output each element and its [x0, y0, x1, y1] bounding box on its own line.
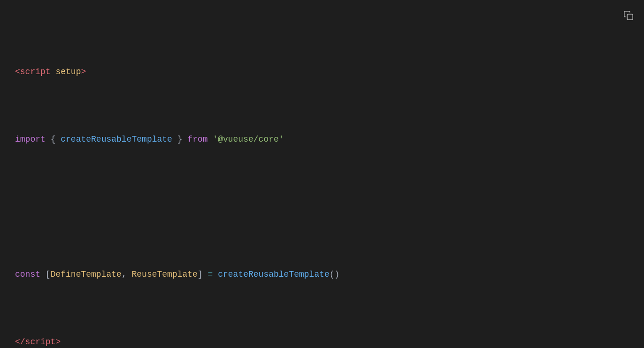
code-block: <script setup> import { createReusableTe…: [15, 11, 629, 348]
code-editor: <script setup> import { createReusableTe…: [0, 0, 644, 348]
copy-icon: [623, 10, 634, 21]
code-line-4: const [DefineTemplate, ReuseTemplate] = …: [15, 268, 629, 281]
code-line-1: <script setup>: [15, 65, 629, 79]
copy-button[interactable]: [621, 8, 636, 23]
svg-rect-0: [627, 14, 633, 20]
code-line-3: [15, 200, 629, 214]
code-line-2: import { createReusableTemplate } from '…: [15, 133, 629, 146]
code-line-5: </script>: [15, 335, 629, 348]
